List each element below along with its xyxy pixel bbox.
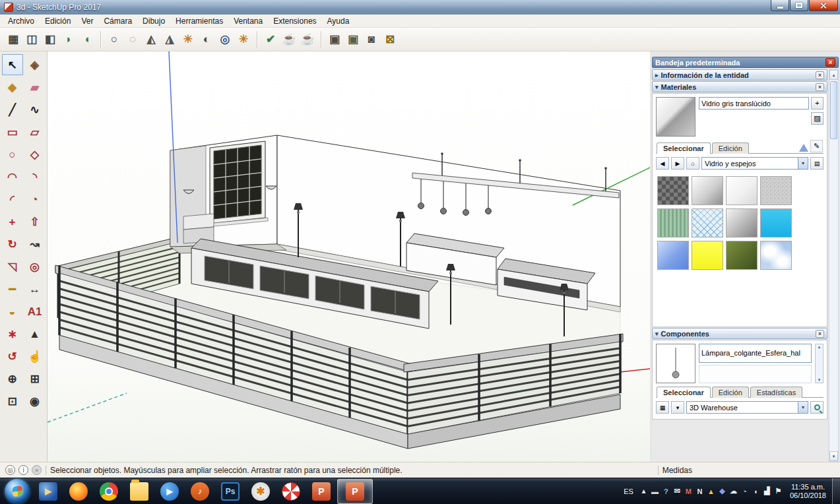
powerpoint-app[interactable]: P — [307, 479, 336, 504]
close-button[interactable] — [809, 0, 838, 11]
swatch-white-glass[interactable] — [726, 176, 758, 205]
photoshop-app[interactable]: Ps — [216, 479, 245, 504]
measurements-input[interactable] — [696, 464, 835, 476]
collections-dropdown[interactable]: Vidrio y espejos ▾ — [701, 157, 808, 170]
line-tool[interactable]: ╱ — [2, 99, 23, 120]
model-viewport[interactable] — [48, 51, 650, 462]
menu-ver[interactable]: Ver — [76, 15, 98, 27]
home-button[interactable]: ⌂ — [686, 157, 699, 170]
swatch-blue-glass[interactable] — [657, 241, 689, 270]
components-header[interactable]: ▾ Componentes × — [652, 328, 827, 339]
menu-archivo[interactable]: Archivo — [3, 15, 40, 27]
push-pull-tool[interactable]: ⇧ — [24, 211, 46, 232]
back-button[interactable]: ◀ — [656, 157, 669, 170]
swatch-cyan-glass[interactable] — [760, 208, 792, 237]
scroll-up-icon[interactable]: ▴ — [829, 70, 838, 80]
video-player-app[interactable]: ▶ — [155, 479, 184, 504]
swatch-gray-glass[interactable] — [726, 208, 758, 237]
materials-tab-edicion[interactable]: Edición — [712, 142, 749, 154]
geolocation-icon[interactable]: ◎ — [5, 465, 15, 475]
menu-dibujo[interactable]: Dibujo — [137, 15, 170, 27]
swatch-green-textured[interactable] — [657, 208, 689, 237]
text-tool[interactable]: A1 — [24, 301, 46, 322]
show-desktop-button[interactable] — [832, 478, 840, 504]
update-icon[interactable]: ◔ — [739, 488, 750, 495]
circle-tool[interactable]: ○ — [2, 144, 23, 165]
network-icon[interactable]: ▟ — [761, 487, 773, 495]
sun-settings-icon[interactable]: ✳ — [234, 30, 253, 49]
scrollbar-thumb[interactable] — [830, 81, 837, 139]
hidden-line-icon[interactable]: ◌ — [123, 30, 142, 49]
close-section-icon[interactable]: × — [816, 71, 824, 79]
hidden-icons-arrow[interactable]: ▴ — [638, 487, 649, 495]
menu-extensiones[interactable]: Extensiones — [268, 15, 321, 27]
zoom-window-tool[interactable]: ⊞ — [24, 368, 46, 389]
shell-icon[interactable]: ◗ — [59, 30, 78, 49]
menu-ayuda[interactable]: Ayuda — [322, 15, 355, 27]
components-tab-edicion[interactable]: Edición — [712, 387, 749, 398]
paint-bucket-tool[interactable]: ◆ — [2, 77, 23, 98]
teapot-icon[interactable]: ☕ — [280, 30, 298, 49]
component-description-box[interactable] — [699, 365, 812, 384]
photo-frame-3-icon[interactable]: ◙ — [362, 30, 381, 49]
zoom-tool[interactable]: ⊕ — [2, 368, 23, 389]
scroll-down-icon[interactable]: ▾ — [829, 451, 838, 461]
material-name-input[interactable] — [699, 97, 809, 110]
language-indicator[interactable]: ES — [619, 488, 638, 495]
axes-tool[interactable]: ∗ — [2, 323, 23, 344]
chrome-app[interactable] — [94, 479, 123, 504]
pie-tool[interactable]: ◔ — [24, 189, 46, 210]
3d-text-tool[interactable]: ▲ — [24, 323, 46, 344]
teams-icon[interactable]: ◆ — [717, 487, 728, 495]
dimension-tool[interactable]: ↔ — [24, 278, 46, 299]
explorer-app[interactable] — [125, 479, 154, 504]
look-around-tool[interactable]: ◉ — [24, 391, 46, 412]
powerpoint-window[interactable]: P — [337, 479, 373, 504]
swatch-yellow-glass[interactable] — [692, 241, 723, 270]
follow-me-tool[interactable]: ↝ — [24, 234, 46, 255]
section-box-icon[interactable]: ◧ — [41, 30, 59, 49]
component-preview[interactable] — [656, 344, 695, 383]
materials-tab-seleccionar[interactable]: Seleccionar — [657, 142, 711, 154]
zoom-extents-tool[interactable]: ⊡ — [2, 391, 23, 412]
credits-icon[interactable]: i — [18, 465, 28, 475]
component-name-input[interactable] — [699, 344, 812, 363]
protractor-tool[interactable]: ◒ — [2, 301, 23, 322]
mail-icon[interactable]: ✉ — [672, 487, 683, 495]
components-tab-seleccionar[interactable]: Seleccionar — [657, 387, 711, 398]
onedrive-icon[interactable]: ☁ — [728, 487, 739, 495]
menu-ventana[interactable]: Ventana — [228, 15, 268, 27]
clock[interactable]: 11:35 a.m. 06/10/2018 — [784, 483, 832, 500]
rectangle-tool[interactable]: ▭ — [2, 121, 23, 142]
make-component-tool[interactable]: ◈ — [24, 54, 46, 75]
rotate-tool[interactable]: ↻ — [2, 234, 23, 255]
view-options-button[interactable]: ▦ — [656, 401, 669, 414]
chevron-down-icon[interactable]: ▾ — [798, 158, 808, 169]
forward-button[interactable]: ▶ — [671, 157, 684, 170]
chevron-down-icon[interactable]: ▾ — [798, 402, 808, 413]
gmail-icon[interactable]: M — [683, 488, 694, 495]
shell-2-icon[interactable]: ◖ — [78, 30, 96, 49]
swatch-frosted-gray[interactable] — [760, 176, 792, 205]
notes-icon[interactable]: N — [694, 488, 705, 495]
select-tool[interactable]: ↖ — [2, 54, 23, 75]
component-list-scrollbar[interactable]: ▴ ▾ — [815, 344, 824, 383]
maximize-button[interactable] — [790, 0, 808, 11]
warehouse-dropdown[interactable]: 3D Warehouse ▾ — [686, 401, 808, 414]
xray-box-icon[interactable]: ▦ — [4, 30, 22, 49]
eraser-tool[interactable]: ▰ — [24, 77, 46, 98]
pan-tool[interactable]: ☝ — [24, 346, 46, 367]
details-button[interactable]: ▤ — [810, 157, 824, 170]
materials-header[interactable]: ▾ Materiales × — [652, 81, 827, 92]
close-section-icon[interactable]: × — [816, 83, 824, 91]
swatch-mosaic-gray[interactable] — [657, 176, 689, 205]
minimize-button[interactable] — [771, 0, 789, 11]
media-player-app[interactable]: ▶ — [34, 479, 63, 504]
drive-icon[interactable]: ▲ — [705, 488, 717, 495]
tray-close-icon[interactable]: × — [825, 58, 835, 67]
swatch-blue-pattern[interactable] — [692, 208, 723, 237]
scroll-up-icon[interactable]: ▴ — [818, 344, 821, 350]
entity-info-header[interactable]: ▸ Información de la entidad × — [652, 69, 827, 80]
check-circle-icon[interactable]: ✔ — [261, 30, 280, 49]
offset-tool[interactable]: ◎ — [24, 256, 46, 277]
